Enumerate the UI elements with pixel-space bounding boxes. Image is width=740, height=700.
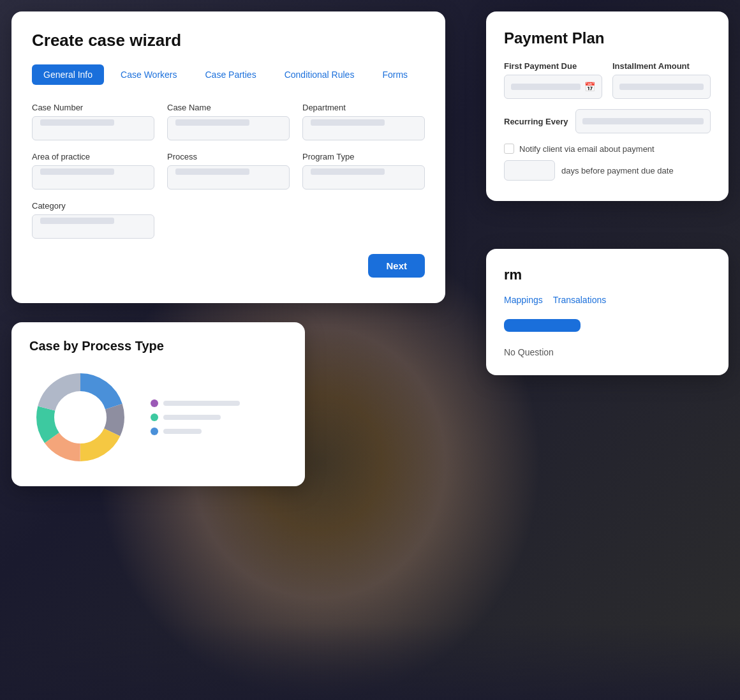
label-case-number: Case Number bbox=[32, 103, 154, 112]
installment-field: Installment Amount bbox=[612, 61, 711, 99]
donut-hole bbox=[56, 393, 105, 442]
label-case-name: Case Name bbox=[167, 103, 290, 112]
first-payment-label: First Payment Due bbox=[504, 61, 602, 71]
chart-legend bbox=[151, 399, 240, 435]
input-case-number[interactable] bbox=[32, 116, 154, 140]
donut-chart bbox=[29, 366, 131, 468]
tab-conditional-rules[interactable]: Conditional Rules bbox=[273, 64, 366, 85]
label-area-of-practice: Area of practice bbox=[32, 152, 154, 161]
field-category: Category bbox=[32, 201, 154, 239]
next-button[interactable]: Next bbox=[368, 254, 425, 278]
tab-case-workers[interactable]: Case Workers bbox=[109, 64, 188, 85]
field-process: Process bbox=[167, 152, 290, 190]
create-case-wizard-card: Create case wizard General Info Case Wor… bbox=[11, 11, 445, 303]
legend-dot-1 bbox=[151, 399, 158, 407]
tab-mappings[interactable]: Mappings bbox=[504, 295, 543, 305]
legend-dot-2 bbox=[151, 413, 158, 421]
label-department: Department bbox=[302, 103, 425, 112]
field-area-of-practice: Area of practice bbox=[32, 152, 154, 190]
tab-forms[interactable]: Forms bbox=[371, 64, 419, 85]
bottom-overlay bbox=[0, 623, 740, 700]
days-row: days before payment due date bbox=[504, 160, 711, 181]
tab-case-parties[interactable]: Case Parties bbox=[194, 64, 268, 85]
chart-card: Case by Process Type bbox=[11, 322, 305, 486]
recurring-label: Recurring Every bbox=[504, 117, 568, 126]
installment-input-wrap[interactable] bbox=[612, 75, 711, 99]
legend-dot-3 bbox=[151, 428, 158, 435]
input-process[interactable] bbox=[167, 165, 290, 190]
wizard-footer: Next bbox=[32, 254, 425, 278]
form-grid: Case Number Case Name Department Area of… bbox=[32, 103, 425, 239]
input-program-type[interactable] bbox=[302, 165, 425, 190]
tab-general-info[interactable]: General Info bbox=[32, 64, 104, 85]
days-before-text: days before payment due date bbox=[561, 166, 674, 175]
legend-item-1 bbox=[151, 399, 240, 407]
legend-bar-1 bbox=[163, 401, 240, 406]
legend-bar-3 bbox=[163, 429, 202, 434]
legend-item-3 bbox=[151, 428, 240, 435]
form-card-title: rm bbox=[504, 267, 711, 283]
wizard-title: Create case wizard bbox=[32, 31, 425, 50]
days-input[interactable] bbox=[504, 160, 555, 181]
chart-title: Case by Process Type bbox=[29, 339, 287, 354]
input-area-of-practice[interactable] bbox=[32, 165, 154, 190]
recurring-input-wrap[interactable] bbox=[575, 109, 711, 133]
payment-title: Payment Plan bbox=[504, 29, 711, 47]
tab-transalations[interactable]: Transalations bbox=[553, 295, 607, 305]
label-process: Process bbox=[167, 152, 290, 161]
notify-checkbox[interactable] bbox=[504, 144, 514, 154]
donut-svg bbox=[29, 366, 131, 468]
form-card: rm Mappings Transalations No Question bbox=[486, 249, 729, 375]
input-category[interactable] bbox=[32, 214, 154, 239]
notify-text: Notify client via email about payment bbox=[519, 144, 655, 154]
calendar-icon[interactable]: 📅 bbox=[584, 82, 595, 92]
legend-item-2 bbox=[151, 413, 240, 421]
no-question-text: No Question bbox=[504, 347, 711, 357]
first-payment-input-wrap[interactable]: 📅 bbox=[504, 75, 602, 99]
installment-label: Installment Amount bbox=[612, 61, 711, 71]
field-program-type: Program Type bbox=[302, 152, 425, 190]
form-action-button[interactable] bbox=[504, 319, 581, 332]
label-program-type: Program Type bbox=[302, 152, 425, 161]
notify-row: Notify client via email about payment bbox=[504, 144, 711, 154]
form-card-tabs: Mappings Transalations bbox=[504, 295, 711, 305]
field-case-number: Case Number bbox=[32, 103, 154, 140]
field-case-name: Case Name bbox=[167, 103, 290, 140]
input-department[interactable] bbox=[302, 116, 425, 140]
label-category: Category bbox=[32, 201, 154, 211]
recurring-row: Recurring Every bbox=[504, 109, 711, 133]
first-payment-field: First Payment Due 📅 bbox=[504, 61, 602, 99]
chart-content bbox=[29, 366, 287, 468]
wizard-tabs: General Info Case Workers Case Parties C… bbox=[32, 64, 425, 85]
payment-plan-card: Payment Plan First Payment Due 📅 Install… bbox=[486, 11, 729, 201]
legend-bar-2 bbox=[163, 415, 221, 420]
input-case-name[interactable] bbox=[167, 116, 290, 140]
payment-top-row: First Payment Due 📅 Installment Amount bbox=[504, 61, 711, 99]
field-department: Department bbox=[302, 103, 425, 140]
